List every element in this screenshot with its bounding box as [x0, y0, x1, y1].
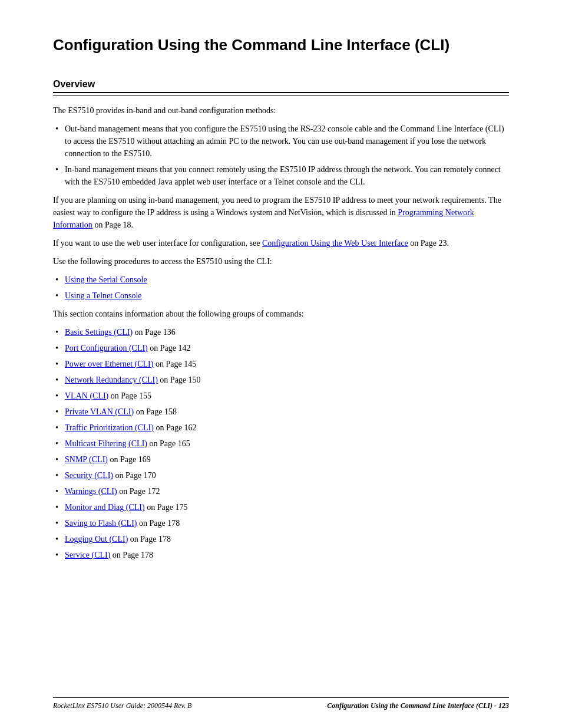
telnet-console-item: Using a Telnet Console	[53, 289, 509, 302]
overview-heading: Overview	[53, 79, 509, 90]
serial-console-link[interactable]: Using the Serial Console	[65, 275, 147, 284]
list-item: VLAN (CLI) on Page 155	[53, 390, 509, 402]
list-item: Security (CLI) on Page 170	[53, 469, 509, 482]
list-item: Power over Ethernet (CLI) on Page 145	[53, 358, 509, 370]
service-suffix: on Page 178	[110, 551, 153, 559]
monitor-diag-suffix: on Page 175	[145, 503, 188, 512]
list-item: Service (CLI) on Page 178	[53, 549, 509, 561]
command-groups-list: Basic Settings (CLI) on Page 136 Port Co…	[53, 326, 509, 561]
outband-item: Out-band management means that you confi…	[53, 123, 509, 160]
serial-console-item: Using the Serial Console	[53, 274, 509, 286]
list-item: Private VLAN (CLI) on Page 158	[53, 406, 509, 418]
webui-text-before: If you want to use the web user interfac…	[53, 239, 262, 248]
network-redundancy-suffix: on Page 150	[158, 375, 201, 384]
multicast-suffix: on Page 165	[147, 439, 190, 448]
inband-item: In-band management means that you connec…	[53, 163, 509, 188]
port-config-link[interactable]: Port Configuration (CLI)	[65, 344, 148, 353]
cli-access-list: Using the Serial Console Using a Telnet …	[53, 274, 509, 302]
section-contains-paragraph: This section contains information about …	[53, 308, 509, 320]
divider-top	[53, 92, 509, 93]
vlan-suffix: on Page 155	[108, 391, 151, 400]
list-item: Saving to Flash (CLI) on Page 178	[53, 517, 509, 529]
webui-link[interactable]: Configuration Using the Web User Interfa…	[262, 239, 408, 248]
outband-text: Out-band management means that you confi…	[65, 124, 504, 158]
service-link[interactable]: Service (CLI)	[65, 551, 110, 559]
saving-flash-suffix: on Page 178	[137, 519, 180, 528]
footer: RocketLinx ES7510 User Guide: 2000544 Re…	[53, 697, 509, 710]
list-item: Monitor and Diag (CLI) on Page 175	[53, 501, 509, 513]
traffic-prio-suffix: on Page 162	[154, 423, 197, 432]
basic-settings-link[interactable]: Basic Settings (CLI)	[65, 328, 133, 337]
page-title: Configuration Using the Command Line Int…	[53, 35, 509, 55]
list-item: Multicast Filtering (CLI) on Page 165	[53, 437, 509, 450]
intro-paragraph: The ES7510 provides in-band and out-band…	[53, 104, 509, 117]
network-redundancy-link[interactable]: Network Redundancy (CLI)	[65, 375, 158, 384]
divider-bottom	[53, 95, 509, 96]
saving-flash-link[interactable]: Saving to Flash (CLI)	[65, 519, 137, 528]
page: Configuration Using the Command Line Int…	[0, 0, 562, 728]
private-vlan-suffix: on Page 158	[134, 407, 177, 416]
monitor-diag-link[interactable]: Monitor and Diag (CLI)	[65, 503, 145, 512]
management-types-list: Out-band management means that you confi…	[53, 123, 509, 188]
telnet-console-link[interactable]: Using a Telnet Console	[65, 291, 142, 300]
private-vlan-link[interactable]: Private VLAN (CLI)	[65, 407, 134, 416]
list-item: Port Configuration (CLI) on Page 142	[53, 342, 509, 354]
poe-link[interactable]: Power over Ethernet (CLI)	[65, 360, 153, 368]
port-config-suffix: on Page 142	[148, 344, 191, 353]
list-item: SNMP (CLI) on Page 169	[53, 453, 509, 466]
vlan-link[interactable]: VLAN (CLI)	[65, 391, 108, 400]
use-cli-paragraph: Use the following procedures to access t…	[53, 255, 509, 268]
overview-section: Overview The ES7510 provides in-band and…	[53, 79, 509, 561]
list-item: Logging Out (CLI) on Page 178	[53, 533, 509, 545]
webui-text-after: on Page 23.	[408, 239, 449, 248]
planning-text-after: on Page 18.	[92, 220, 133, 229]
basic-settings-suffix: on Page 136	[133, 328, 176, 337]
logging-out-link[interactable]: Logging Out (CLI)	[65, 535, 128, 543]
security-suffix: on Page 170	[113, 471, 156, 480]
warnings-link[interactable]: Warnings (CLI)	[65, 487, 117, 496]
poe-suffix: on Page 145	[153, 360, 196, 368]
traffic-prio-link[interactable]: Traffic Prioritization (CLI)	[65, 423, 154, 432]
webui-paragraph: If you want to use the web user interfac…	[53, 237, 509, 249]
list-item: Traffic Prioritization (CLI) on Page 162	[53, 421, 509, 434]
inband-text: In-band management means that you connec…	[65, 165, 501, 186]
list-item: Warnings (CLI) on Page 172	[53, 485, 509, 498]
snmp-suffix: on Page 169	[108, 455, 151, 464]
multicast-link[interactable]: Multicast Filtering (CLI)	[65, 439, 147, 448]
list-item: Network Redundancy (CLI) on Page 150	[53, 374, 509, 386]
footer-left: RocketLinx ES7510 User Guide: 2000544 Re…	[53, 701, 191, 710]
footer-right: Configuration Using the Command Line Int…	[327, 701, 509, 710]
security-link[interactable]: Security (CLI)	[65, 471, 113, 480]
list-item: Basic Settings (CLI) on Page 136	[53, 326, 509, 338]
planning-paragraph: If you are planning on using in-band man…	[53, 194, 509, 231]
snmp-link[interactable]: SNMP (CLI)	[65, 455, 108, 464]
logging-out-suffix: on Page 178	[128, 535, 171, 543]
warnings-suffix: on Page 172	[117, 487, 160, 496]
